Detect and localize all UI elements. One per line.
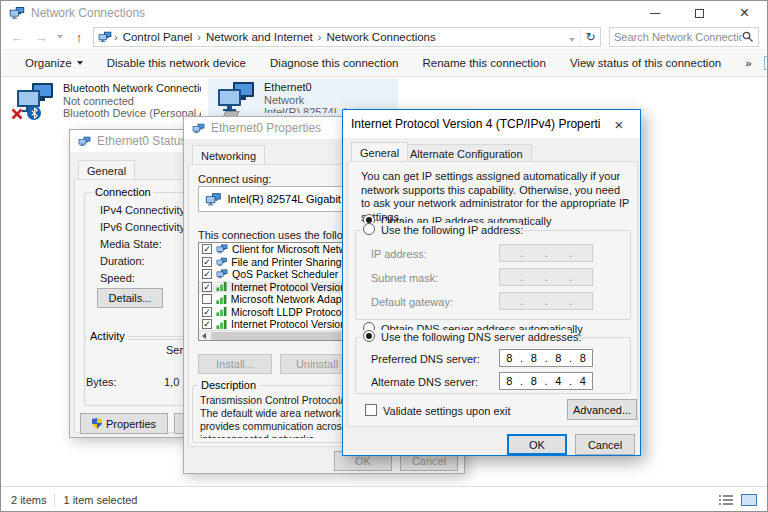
checkbox-checked[interactable]: ✓ — [202, 282, 212, 292]
connection-name: Bluetooth Network Connection — [63, 82, 201, 95]
connection-device: Intel(R) 82574L Gigabit Network Connecti… — [264, 106, 346, 113]
breadcrumb-network-and-internet[interactable]: Network and Internet — [203, 31, 316, 43]
forward-button[interactable]: → — [31, 30, 51, 45]
close-icon: × — [740, 5, 749, 21]
duration-label: Duration: — [100, 255, 145, 267]
checkbox-checked[interactable]: ✓ — [202, 244, 212, 254]
subnet-mask-field[interactable]: ... — [499, 268, 593, 286]
ip-dot: . — [568, 247, 574, 259]
ipv4-properties-dialog: Internet Protocol Version 4 (TCP/IPv4) P… — [342, 109, 641, 456]
protocol-icon — [216, 281, 227, 292]
back-button[interactable]: ← — [7, 30, 27, 45]
ethernet-connection-icon — [212, 81, 256, 119]
refresh-button[interactable]: ↻ — [580, 28, 600, 46]
ipv4-dialog-titlebar[interactable]: Internet Protocol Version 4 (TCP/IPv4) P… — [343, 110, 640, 138]
protocol-icon — [216, 306, 227, 317]
tab-networking[interactable]: Networking — [192, 145, 265, 164]
scroll-left-arrow[interactable] — [199, 331, 209, 341]
up-button[interactable]: ↑ — [69, 30, 89, 45]
change-view-button[interactable] — [764, 56, 768, 70]
search-input[interactable] — [614, 31, 742, 43]
search-icon — [742, 31, 754, 43]
ipv4-ok-button[interactable]: OK — [507, 434, 567, 455]
tab-alternate-configuration[interactable]: Alternate Configuration — [401, 144, 532, 162]
close-button[interactable]: × — [722, 1, 767, 25]
large-icons-view-button[interactable] — [741, 494, 757, 506]
protocol-icon — [216, 319, 227, 330]
connect-using-label: Connect using: — [198, 173, 271, 185]
ip-dot: . — [519, 295, 525, 307]
preferred-dns-label: Preferred DNS server: — [371, 353, 480, 365]
checkbox-unchecked[interactable] — [202, 294, 212, 304]
bluetooth-icon — [27, 106, 41, 120]
ipv4-cancel-button[interactable]: Cancel — [575, 434, 635, 455]
minimize-button[interactable] — [632, 1, 677, 25]
address-location-icon — [98, 31, 112, 43]
address-dropdown-button[interactable] — [564, 28, 580, 46]
close-button[interactable]: × — [606, 114, 632, 134]
checkbox-checked[interactable]: ✓ — [202, 319, 212, 329]
items-selected: 1 item selected — [63, 494, 137, 506]
properties-button[interactable]: Properties — [80, 413, 168, 434]
advanced-button[interactable]: Advanced... — [567, 399, 637, 420]
checkbox-checked[interactable]: ✓ — [202, 257, 212, 267]
view-options-icon — [764, 56, 768, 70]
triangle-left-icon — [202, 333, 206, 339]
rename-connection-button[interactable]: Rename this connection — [411, 57, 558, 69]
use-dns-label[interactable]: Use the following DNS server addresses: — [381, 331, 582, 343]
properties-button-label: Properties — [106, 418, 156, 430]
bluetooth-connection-icon — [11, 82, 55, 120]
file-list-area: Bluetooth Network Connection Not connect… — [1, 77, 767, 486]
dns-octet: 4 — [549, 375, 568, 387]
validate-checkbox-label[interactable]: Validate settings upon exit — [383, 405, 511, 417]
use-ip-radio[interactable] — [363, 223, 375, 235]
details-button[interactable]: Details... — [97, 288, 163, 308]
address-bar[interactable]: › Control Panel › Network and Internet ›… — [93, 27, 601, 47]
history-dropdown-icon[interactable] — [57, 35, 63, 39]
checkbox-checked[interactable]: ✓ — [202, 269, 212, 279]
ipv6-connectivity-label: IPv6 Connectivity: — [100, 221, 188, 233]
default-gateway-field[interactable]: ... — [499, 292, 593, 310]
scrollbar-thumb[interactable] — [211, 332, 341, 340]
organize-menu-button[interactable]: Organize — [11, 57, 95, 69]
chevron-down-icon — [77, 61, 83, 65]
chevron-down-icon — [569, 38, 575, 42]
maximize-icon — [695, 9, 704, 18]
dns-octet: 8 — [500, 375, 519, 387]
checkbox-checked[interactable]: ✓ — [202, 307, 212, 317]
breadcrumb-control-panel[interactable]: Control Panel — [120, 31, 196, 43]
diagnose-connection-button[interactable]: Diagnose this connection — [258, 57, 411, 69]
use-dns-radio[interactable] — [363, 330, 375, 342]
install-button[interactable]: Install... — [198, 354, 272, 374]
use-ip-label[interactable]: Use the following IP address: — [381, 224, 523, 236]
window-titlebar: Network Connections × — [1, 1, 767, 25]
ip-dot: . — [568, 271, 574, 283]
ip-dot: . — [519, 247, 525, 259]
activity-group-label: Activity — [87, 330, 128, 342]
connection-item-bluetooth[interactable]: Bluetooth Network Connection Not connect… — [7, 79, 205, 123]
details-view-button[interactable] — [718, 494, 733, 506]
ip-dot: . — [543, 271, 549, 283]
tab-general[interactable]: General — [78, 160, 135, 179]
dns-octet: 8 — [525, 352, 544, 364]
disable-device-button[interactable]: Disable this network device — [95, 57, 258, 69]
maximize-button[interactable] — [677, 1, 722, 25]
validate-checkbox[interactable] — [365, 404, 377, 416]
tab-general[interactable]: General — [351, 142, 408, 161]
preferred-dns-field[interactable]: 8.8.8.8 — [499, 349, 593, 367]
breadcrumb-separator: › — [112, 31, 120, 43]
dns-octet: 8 — [500, 352, 519, 364]
toolbar-overflow-button[interactable]: » — [733, 57, 763, 69]
ipv4-dialog-title: Internet Protocol Version 4 (TCP/IPv4) P… — [351, 117, 600, 131]
search-box[interactable] — [609, 27, 759, 47]
alternate-dns-field[interactable]: 8.8.4.4 — [499, 372, 593, 390]
ipv4-connectivity-label: IPv4 Connectivity: — [100, 204, 188, 216]
network-connections-window: Network Connections × ← → ↑ › Control Pa… — [0, 0, 768, 512]
ip-address-field[interactable]: ... — [499, 244, 593, 262]
command-toolbar: Organize Disable this network device Dia… — [1, 49, 767, 77]
uac-shield-icon — [92, 418, 102, 429]
client-icon — [216, 269, 228, 279]
minimize-icon — [650, 13, 660, 14]
view-status-button[interactable]: View status of this connection — [558, 57, 733, 69]
breadcrumb-network-connections[interactable]: Network Connections — [323, 31, 438, 43]
